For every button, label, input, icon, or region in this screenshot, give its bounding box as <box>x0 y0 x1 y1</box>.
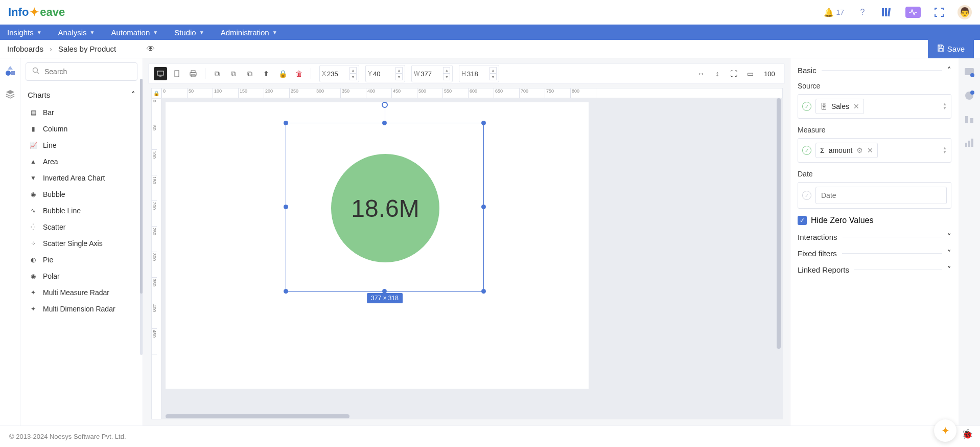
avatar[interactable]: 👨 <box>958 5 972 19</box>
scale-icon[interactable]: ▭ <box>743 67 757 80</box>
w-input[interactable] <box>421 66 442 81</box>
section-basic[interactable]: Basic˄ <box>798 65 951 75</box>
chart-column[interactable]: ▮Column <box>20 121 143 137</box>
down-icon[interactable]: ▼ <box>943 150 947 154</box>
data-rail-icon[interactable] <box>963 113 976 126</box>
fit-screen-icon[interactable]: ⛶ <box>727 67 740 80</box>
scrollbar[interactable] <box>140 79 143 355</box>
measure-chip[interactable]: Σ amount ⚙ ✕ <box>815 143 878 158</box>
chart-bubble-line[interactable]: ∿Bubble Line <box>20 203 143 219</box>
paste-icon[interactable]: ⧉ <box>227 67 240 80</box>
floating-logo[interactable]: ✦ <box>934 419 956 442</box>
resize-handle[interactable] <box>481 205 486 209</box>
section-fixed-filters[interactable]: Fixed filters˅ <box>798 249 951 258</box>
resize-handle[interactable] <box>481 289 486 294</box>
history-rail-icon[interactable] <box>963 89 976 102</box>
search-input[interactable] <box>44 68 134 76</box>
section-linked-reports[interactable]: Linked Reports˅ <box>798 265 951 274</box>
remove-icon[interactable]: ✕ <box>867 146 873 154</box>
library-icon[interactable] <box>881 6 893 18</box>
fit-height-icon[interactable]: ↕ <box>711 67 724 80</box>
w-up[interactable]: ▲ <box>443 67 450 74</box>
device-desktop-icon[interactable] <box>154 67 167 80</box>
resize-handle[interactable] <box>481 121 486 125</box>
chart-multi-measure-radar[interactable]: ✦Multi Measure Radar <box>20 284 143 301</box>
resize-handle[interactable] <box>284 289 288 294</box>
settings-rail-icon[interactable] <box>963 65 976 79</box>
x-up[interactable]: ▲ <box>349 67 357 74</box>
visibility-icon[interactable]: 👁 <box>147 44 155 54</box>
notifications-button[interactable]: 🔔 17 <box>824 8 844 17</box>
help-icon[interactable]: ? <box>856 6 869 18</box>
shapes-icon[interactable] <box>5 65 16 79</box>
right-rail <box>959 58 980 426</box>
nav-insights[interactable]: Insights▼ <box>7 28 42 37</box>
logo[interactable]: Info✦eave <box>8 6 65 19</box>
chart-scatter[interactable]: ⁛Scatter <box>20 219 143 235</box>
y-up[interactable]: ▲ <box>395 67 403 74</box>
x-input[interactable] <box>327 66 348 81</box>
chart-scatter-single[interactable]: ⁘Scatter Single Axis <box>20 235 143 252</box>
pos-x-field[interactable]: X ▲▼ <box>319 65 359 82</box>
layers-icon[interactable] <box>5 89 15 102</box>
ruler-lock-icon[interactable]: 🔒 <box>151 88 161 98</box>
bring-forward-icon[interactable]: ⬆ <box>260 67 273 80</box>
search-input-wrap[interactable] <box>26 62 137 81</box>
fullscreen-icon[interactable] <box>933 6 945 18</box>
resize-handle[interactable] <box>284 121 288 125</box>
h-up[interactable]: ▲ <box>489 67 497 74</box>
checkbox-hide-zero[interactable]: ✓ <box>798 216 807 225</box>
hide-zero-row[interactable]: ✓ Hide Zero Values <box>798 216 951 225</box>
fit-width-icon[interactable]: ↔ <box>694 67 708 80</box>
canvas-viewport[interactable]: 18.6M 377 × 318 <box>161 98 783 419</box>
chart-pie[interactable]: ◐Pie <box>20 252 143 268</box>
selected-widget[interactable]: 18.6M 377 × 318 <box>286 123 484 292</box>
y-input[interactable] <box>373 66 394 81</box>
resize-handle[interactable] <box>382 121 387 125</box>
nav-studio[interactable]: Studio▼ <box>174 28 204 37</box>
w-down[interactable]: ▼ <box>443 74 450 80</box>
gear-icon[interactable]: ⚙ <box>856 146 863 154</box>
nav-automation[interactable]: Automation▼ <box>111 28 158 37</box>
x-down[interactable]: ▼ <box>349 74 357 80</box>
chart-multi-dimension-radar[interactable]: ✦Multi Dimension Radar <box>20 301 143 317</box>
source-chip[interactable]: 🗄 Sales ✕ <box>815 99 864 114</box>
delete-icon[interactable]: 🗑 <box>292 67 306 80</box>
h-down[interactable]: ▼ <box>489 74 497 80</box>
kpi-circle[interactable]: 18.6M <box>331 154 439 262</box>
date-field[interactable] <box>815 187 947 204</box>
print-icon[interactable] <box>186 67 200 80</box>
chart-rail-icon[interactable] <box>963 136 976 149</box>
save-button[interactable]: Save <box>928 40 974 58</box>
nav-analysis[interactable]: Analysis▼ <box>58 28 95 37</box>
charts-section-header[interactable]: Charts ˄ <box>20 87 143 102</box>
device-tablet-icon[interactable] <box>170 67 183 80</box>
y-down[interactable]: ▼ <box>395 74 403 80</box>
resize-handle[interactable] <box>284 205 288 209</box>
pos-y-field[interactable]: Y ▲▼ <box>365 65 405 82</box>
chart-bubble[interactable]: ◉Bubble <box>20 186 143 203</box>
lock-icon[interactable]: 🔒 <box>276 67 289 80</box>
section-interactions[interactable]: Interactions˅ <box>798 232 951 241</box>
chart-area[interactable]: ▲Area <box>20 153 143 170</box>
down-icon[interactable]: ▼ <box>943 106 947 110</box>
h-input[interactable] <box>467 66 488 81</box>
v-scrollbar[interactable] <box>777 98 781 349</box>
width-field[interactable]: W ▲▼ <box>411 65 453 82</box>
breadcrumb-root[interactable]: Infoboards <box>7 44 43 53</box>
activity-icon[interactable] <box>905 7 921 18</box>
copy-icon[interactable]: ⧉ <box>211 67 224 80</box>
h-scrollbar[interactable] <box>166 414 349 418</box>
chart-bar[interactable]: ▤Bar <box>20 104 143 121</box>
date-input[interactable] <box>821 191 941 199</box>
rotate-handle[interactable] <box>382 102 388 108</box>
chart-line[interactable]: 📈Line <box>20 137 143 153</box>
remove-icon[interactable]: ✕ <box>853 102 859 110</box>
duplicate-icon[interactable]: ⧉ <box>243 67 256 80</box>
bug-icon[interactable]: 🐞 <box>962 429 973 440</box>
canvas-page[interactable]: 18.6M 377 × 318 <box>166 102 589 389</box>
height-field[interactable]: H ▲▼ <box>459 65 499 82</box>
nav-administration[interactable]: Administration▼ <box>221 28 277 37</box>
chart-inverted-area[interactable]: ▼Inverted Area Chart <box>20 170 143 186</box>
chart-polar[interactable]: ◉Polar <box>20 268 143 284</box>
